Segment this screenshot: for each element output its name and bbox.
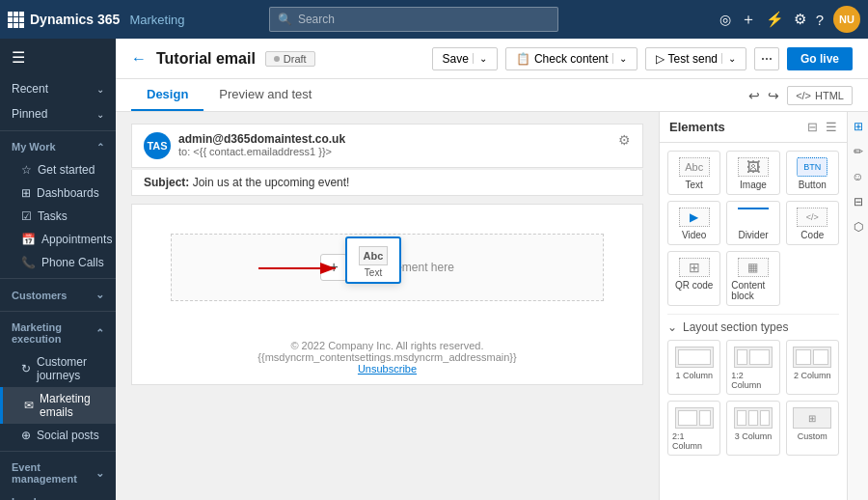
layout-section: ⌄ Layout section types 1 Column (660, 314, 847, 463)
redo-icon[interactable]: ↪ (768, 88, 779, 103)
extra-icon[interactable]: ⬡ (850, 218, 867, 236)
text-element-label: Text (365, 267, 382, 278)
layout-2-column[interactable]: 2 Column (786, 340, 839, 395)
lead-management-header[interactable]: Lead management ⌄ (0, 490, 116, 500)
brand-name: Dynamics 365 (30, 12, 120, 27)
tab-design[interactable]: Design (131, 79, 203, 111)
element-button[interactable]: BTN Button (786, 151, 839, 195)
save-dropdown-arrow[interactable]: ⌄ (473, 53, 487, 64)
layout-1-2-column[interactable]: 1:2 Column (726, 340, 779, 395)
elements-tab-icon[interactable]: ⊞ (850, 118, 867, 135)
test-send-button[interactable]: ▷ Test send ⌄ (645, 47, 746, 70)
element-qr-code[interactable]: ⊞ QR code (667, 251, 720, 306)
module-name: Marketing (129, 13, 184, 27)
journey-icon: ↻ (21, 362, 31, 375)
video-tile-icon: ▶ (679, 208, 710, 227)
unsubscribe-link[interactable]: Unsubscribe (151, 363, 623, 375)
sidebar-item-get-started[interactable]: ☆ Get started (0, 158, 116, 181)
star-icon: ☆ (21, 163, 32, 177)
element-text[interactable]: Abc Text (667, 151, 720, 195)
sidebar-item-dashboards[interactable]: ⊞ Dashboards (0, 181, 116, 205)
add-element-dropzone[interactable]: + Add element here Abc Text (171, 234, 604, 301)
floating-text-element-card[interactable]: Abc Text (345, 236, 401, 284)
text-tile-icon: Abc (679, 157, 710, 177)
sidebar-item-appointments[interactable]: 📅 Appointments (0, 228, 116, 251)
add-icon[interactable]: ＋ (741, 10, 756, 30)
email-body-canvas[interactable]: + Add element here Abc Text (131, 204, 643, 385)
sidebar-item-recent[interactable]: Recent ⌄ (0, 76, 116, 101)
image-tile-icon: 🖼 (738, 157, 769, 177)
more-options-button[interactable]: ⋯ (754, 47, 779, 70)
layout-1-column[interactable]: 1 Column (667, 340, 720, 395)
layout-section-header[interactable]: ⌄ Layout section types (667, 314, 839, 340)
element-code[interactable]: </> Code (786, 201, 839, 245)
content-tile-icon: ▦ (738, 258, 769, 277)
app-logo[interactable]: Dynamics 365 (8, 12, 120, 28)
check-dropdown-arrow[interactable]: ⌄ (612, 53, 627, 64)
test-label: Test send (668, 52, 718, 66)
layout-2-1col-label: 2:1 Column (672, 431, 716, 451)
code-tile-icon: </> (797, 208, 827, 227)
back-button[interactable]: ← (131, 50, 147, 68)
settings-icon[interactable]: ⚙ (794, 11, 806, 28)
brush-icon[interactable]: ✏ (850, 143, 867, 160)
sidebar-item-tasks[interactable]: ☑ Tasks (0, 205, 116, 228)
layout-custom[interactable]: ⊞ Custom (786, 401, 839, 456)
tab-actions: ↩ ↪ </> HTML (748, 86, 853, 105)
element-divider[interactable]: Divider (726, 201, 779, 245)
email-footer: © 2022 Company Inc. All rights reserved.… (132, 330, 642, 384)
panel-grid-icon[interactable]: ⊟ (807, 120, 818, 134)
search-bar[interactable]: 🔍 Search (269, 7, 558, 32)
draft-dot (274, 56, 280, 62)
sidebar-item-phone-calls[interactable]: 📞 Phone Calls (0, 251, 116, 274)
element-image[interactable]: 🖼 Image (726, 151, 779, 195)
pinned-label: Pinned (12, 107, 47, 121)
elements-grid: Abc Text 🖼 Image BTN Button (660, 143, 847, 314)
go-live-button[interactable]: Go live (787, 47, 853, 70)
sidebar-item-pinned[interactable]: Pinned ⌄ (0, 101, 116, 126)
elements-panel-header: Elements ⊟ ☰ (660, 112, 847, 143)
image-tile-label: Image (740, 180, 767, 190)
sidebar-item-marketing-emails[interactable]: ✉ Marketing emails (0, 387, 116, 424)
customers-header[interactable]: Customers ⌄ (0, 283, 116, 307)
layers-icon[interactable]: ⊟ (850, 193, 867, 210)
sidebar-item-social-posts[interactable]: ⊕ Social posts (0, 424, 116, 447)
add-element-button[interactable]: + (320, 254, 347, 281)
check-content-button[interactable]: 📋 Check content ⌄ (505, 47, 637, 70)
location-icon[interactable]: ◎ (719, 12, 731, 27)
filter-icon[interactable]: ⚡ (766, 11, 784, 28)
draft-label: Draft (284, 53, 307, 65)
unsubscribe-text: Unsubscribe (358, 363, 417, 375)
html-button[interactable]: </> HTML (787, 86, 853, 105)
layout-2col-label: 2 Column (794, 371, 831, 380)
event-management-header[interactable]: Event management ⌄ (0, 456, 116, 490)
layout-2-1-column[interactable]: 2:1 Column (667, 401, 720, 456)
user-avatar[interactable]: NU (833, 6, 860, 33)
save-button[interactable]: Save ⌄ (432, 47, 498, 70)
test-dropdown-arrow[interactable]: ⌄ (721, 53, 736, 64)
email-settings-icon[interactable]: ⚙ (618, 132, 631, 148)
sender-to: to: <{{ contact.emailaddress1 }}> (178, 146, 618, 157)
layout-1-2col-label: 1:2 Column (731, 371, 774, 390)
check-icon: 📋 (516, 52, 530, 66)
qr-tile-label: QR code (675, 280, 713, 291)
sidebar-item-customer-journeys[interactable]: ↻ Customer journeys (0, 350, 116, 387)
help-icon[interactable]: ? (816, 12, 824, 28)
chevron-up-icon: ⌃ (95, 327, 104, 340)
hamburger-menu[interactable]: ☰ (0, 39, 116, 76)
editor-layout: TAS admin@d365domaintest.co.uk to: <{{ c… (116, 112, 868, 500)
main-layout: ☰ Recent ⌄ Pinned ⌄ My Work ⌃ ☆ Get star… (0, 39, 868, 500)
divider-tile-icon (738, 208, 769, 227)
layout-3-column[interactable]: 3 Column (726, 401, 779, 456)
panel-list-icon[interactable]: ☰ (826, 120, 837, 134)
personalize-icon[interactable]: ☺ (850, 168, 867, 185)
layout-3col-preview (734, 407, 773, 429)
element-content-block[interactable]: ▦ Content block (726, 251, 779, 306)
element-video[interactable]: ▶ Video (667, 201, 720, 245)
chevron-down-icon: ⌄ (95, 289, 104, 301)
header-actions: Save ⌄ 📋 Check content ⌄ ▷ Test send ⌄ ⋯… (432, 47, 853, 70)
tab-preview-and-test[interactable]: Preview and test (203, 79, 327, 111)
undo-icon[interactable]: ↩ (748, 88, 760, 103)
marketing-execution-header[interactable]: Marketing execution ⌃ (0, 316, 116, 350)
layout-custom-preview: ⊞ (793, 407, 831, 429)
